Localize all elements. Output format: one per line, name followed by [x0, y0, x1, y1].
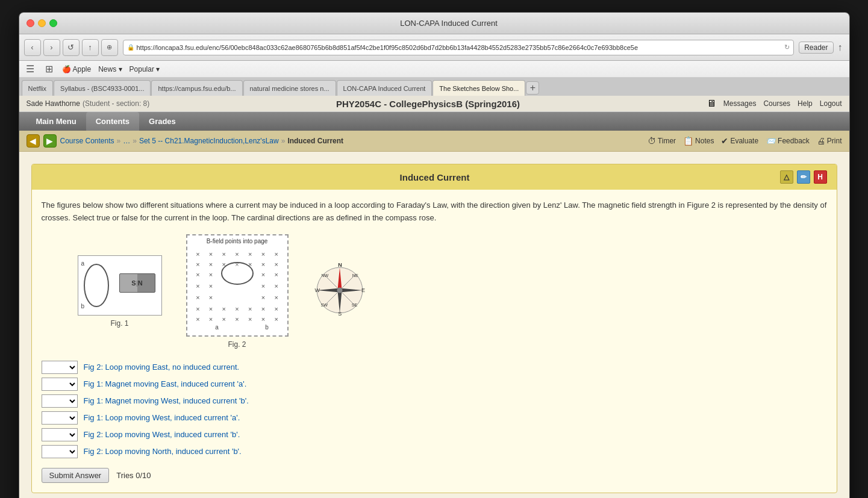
forward-button[interactable]: ›: [43, 39, 60, 56]
magnet-n-pole: N: [138, 279, 143, 287]
highlight-icon[interactable]: H: [814, 170, 827, 184]
question-1-text: Fig 2: Loop moving East, no induced curr…: [84, 363, 240, 372]
feedback-icon: 📨: [766, 136, 776, 146]
compass-container: N S E W NE NW SE SW: [313, 263, 367, 319]
courses-link[interactable]: Courses: [763, 99, 790, 108]
lock-icon: 🔒: [127, 44, 134, 51]
messages-link[interactable]: Messages: [723, 99, 757, 108]
tab-netflix[interactable]: Netflix: [22, 80, 54, 96]
question-2-dropdown[interactable]: True False: [42, 378, 78, 391]
course-title: PHY2054C - CollegePhysicsB (Spring2016): [149, 99, 706, 109]
reader-button[interactable]: Reader: [799, 42, 833, 54]
svg-point-0: [84, 264, 108, 307]
submit-row: Submit Answer Tries 0/10: [42, 468, 827, 483]
breadcrumb-bar: ◀ ▶ Course Contents » … » Set 5 -- Ch21.…: [19, 131, 849, 152]
print-action[interactable]: 🖨 Print: [817, 136, 842, 146]
svg-text:NW: NW: [321, 273, 328, 278]
bookmarks-bar: ☰ ⊞ 🍎 Apple News ▾ Popular ▾: [19, 61, 849, 78]
point-a: a: [215, 324, 219, 331]
point-labels: a b: [192, 324, 292, 331]
reading-list-icon[interactable]: ☰: [26, 63, 34, 75]
main-menu-item[interactable]: Main Menu: [27, 112, 86, 131]
question-row-1: True False Fig 2: Loop moving East, no i…: [42, 361, 827, 374]
notes-icon: 📋: [683, 136, 693, 146]
triangle-icon[interactable]: △: [780, 170, 793, 184]
share-button[interactable]: ↑: [82, 39, 99, 56]
apple-icon: 🍎: [62, 65, 71, 73]
evaluate-action[interactable]: ✔ Evaluate: [721, 136, 758, 146]
new-tab-button[interactable]: +: [526, 81, 539, 95]
user-name: Sade Hawthorne: [27, 99, 80, 108]
tab-medicine[interactable]: natural medicine stores n...: [243, 80, 336, 96]
svg-text:W: W: [314, 287, 320, 293]
nav-menu: Main Menu Contents Grades: [19, 112, 849, 131]
svg-text:NE: NE: [352, 273, 358, 278]
page-content: Sade Hawthorne (Student - section: 8) PH…: [19, 96, 849, 498]
question-4-dropdown[interactable]: True False: [42, 411, 78, 425]
evaluate-icon: ✔: [721, 136, 728, 146]
forward-arrow[interactable]: ▶: [43, 134, 57, 148]
figure1-label: Fig. 1: [78, 319, 162, 328]
user-role: (Student - section: 8): [83, 99, 149, 108]
question-5-text: Fig 2: Loop moving West, induced current…: [84, 430, 240, 439]
bookmark-apple[interactable]: 🍎 Apple: [62, 65, 92, 73]
help-link[interactable]: Help: [798, 99, 813, 108]
back-arrow[interactable]: ◀: [27, 134, 40, 148]
figure2-container: B-field points into page ××××××× ×××××××…: [186, 234, 289, 349]
svg-text:SE: SE: [351, 302, 357, 308]
user-info-bar: Sade Hawthorne (Student - section: 8) PH…: [19, 96, 849, 112]
crosses-grid: ××××××× ××××××× ××××××× ××××××× ××××××× …: [192, 250, 283, 325]
close-button[interactable]: [27, 19, 34, 27]
tries-text: Tries 0/10: [116, 471, 151, 480]
tab-campus[interactable]: https://campus.fsu.edu/b...: [151, 80, 242, 96]
grid-icon[interactable]: ⊞: [45, 63, 53, 75]
question-2-text: Fig 1: Magnet moving East, induced curre…: [84, 379, 247, 388]
figure1-container: a b S |: [78, 255, 162, 328]
refresh-in-bar[interactable]: ↻: [784, 43, 790, 51]
figures-row: a b S |: [42, 234, 827, 349]
tab-syllabus[interactable]: Syllabus - (BSC4933-0001...: [54, 80, 151, 96]
back-button[interactable]: ‹: [24, 39, 41, 56]
loop-svg: [81, 261, 111, 310]
grades-menu-item[interactable]: Grades: [139, 112, 186, 131]
figure1: a b S |: [78, 255, 162, 316]
maximize-button[interactable]: [49, 19, 57, 27]
question-row-3: True False Fig 1: Magnet moving West, in…: [42, 394, 827, 408]
logout-link[interactable]: Logout: [820, 99, 842, 108]
magnet-box: S | N: [119, 273, 155, 293]
breadcrumb-course-contents[interactable]: Course Contents: [60, 137, 114, 145]
refresh-button[interactable]: ↺: [63, 39, 80, 56]
problem-header: Induced Current △ ✏ H: [32, 164, 837, 190]
pencil-icon[interactable]: ✏: [797, 170, 810, 184]
problem-body: The figures below show two different sit…: [32, 190, 837, 493]
minimize-button[interactable]: [38, 19, 46, 27]
tab-loncapa[interactable]: LON-CAPA Induced Current: [337, 80, 432, 96]
svg-point-11: [337, 288, 342, 293]
contents-menu-item[interactable]: Contents: [86, 112, 139, 131]
browser-toolbar: ‹ › ↺ ↑ ⊕ 🔒 ↻ Reader ↑: [19, 34, 849, 61]
problem-box: Induced Current △ ✏ H The figures below …: [31, 164, 837, 493]
question-1-dropdown[interactable]: True False: [42, 361, 78, 374]
bookmark-popular[interactable]: Popular ▾: [130, 65, 160, 73]
share-icon[interactable]: ↑: [838, 42, 843, 53]
top-actions: 🖥 Messages Courses Help Logout: [707, 98, 842, 109]
title-bar: LON-CAPA Induced Current: [19, 13, 849, 34]
notes-action[interactable]: 📋 Notes: [683, 136, 714, 146]
magnet-s-pole: S: [131, 279, 136, 287]
new-tab-add[interactable]: ⊕: [101, 39, 118, 56]
point-b: b: [265, 324, 269, 331]
question-5-dropdown[interactable]: True False: [42, 428, 78, 441]
timer-action[interactable]: ⏱ Timer: [648, 136, 676, 146]
address-input[interactable]: [137, 44, 785, 51]
feedback-action[interactable]: 📨 Feedback: [766, 136, 810, 146]
tab-sketches[interactable]: The Sketches Below Sho...: [432, 80, 525, 96]
window-title: LON-CAPA Induced Current: [64, 19, 834, 28]
question-3-dropdown[interactable]: True False: [42, 394, 78, 408]
problem-title: Induced Current: [90, 172, 780, 182]
submit-button[interactable]: Submit Answer: [42, 468, 110, 483]
svg-text:S: S: [338, 311, 342, 317]
question-6-dropdown[interactable]: True False: [42, 445, 78, 458]
bookmark-news[interactable]: News ▾: [98, 65, 122, 73]
magnet-figure: a b S |: [78, 255, 161, 316]
traffic-lights: [27, 19, 57, 27]
